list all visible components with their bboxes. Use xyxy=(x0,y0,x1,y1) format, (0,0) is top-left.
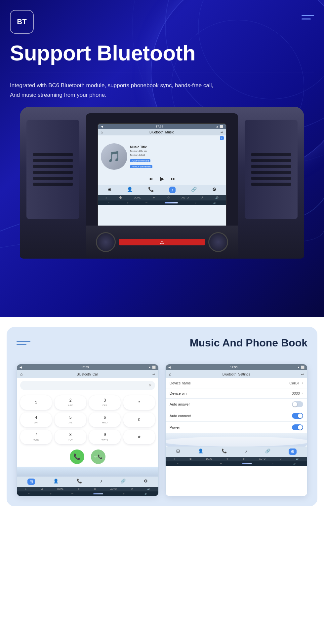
contacts-nav-icon[interactable]: 👤 xyxy=(53,479,59,485)
car-body: ◀ 17:53 ▲ ⬜ ⌂ Bluetooth_Music ↩ ♪ xyxy=(20,107,304,259)
two-screens-container: ◀ 17:53 ▲ ⬜ ⌂ Bluetooth_Call ↩ ✕ 1 2ABC … xyxy=(17,364,307,496)
temp-0r: 0 xyxy=(123,492,125,495)
temp-0-right: 0 xyxy=(195,201,196,204)
key-4[interactable]: 4GHI xyxy=(20,412,52,427)
home-ctrl-icon: ⌂ xyxy=(105,196,107,199)
car-screen: ◀ 17:53 ▲ ⬜ ⌂ Bluetooth_Music ↩ ♪ xyxy=(98,123,226,235)
key-5[interactable]: 5JKL xyxy=(55,412,86,427)
power-row[interactable]: Power xyxy=(166,422,307,433)
call-button[interactable]: 📞 xyxy=(70,449,84,464)
phone-s-icon[interactable]: 📞 xyxy=(222,448,227,455)
keypad-input-field[interactable]: ✕ xyxy=(20,381,155,390)
key-0[interactable]: 0 xyxy=(123,412,155,427)
screen-status-bar: ◀ 17:53 ▲ ⬜ xyxy=(98,124,226,129)
settings-s-icon[interactable]: ⚙ xyxy=(289,448,297,455)
avrcp-badge: AVRCP connected xyxy=(130,165,152,168)
return-icon: ↩ xyxy=(145,201,147,204)
link-nav-icon[interactable]: 🔗 xyxy=(120,479,126,485)
key-6[interactable]: 6MNO xyxy=(89,412,121,427)
knob-right[interactable] xyxy=(208,232,228,252)
key-7[interactable]: 7PQRS xyxy=(20,430,52,444)
air-s-ctrl: ↺ xyxy=(280,458,282,460)
call-action-buttons: 📞 ↩📞 xyxy=(17,447,158,467)
bottom-menu-icon[interactable] xyxy=(17,341,30,345)
menu-button[interactable] xyxy=(302,10,314,19)
vent-slot xyxy=(33,177,73,180)
next-button[interactable]: ⏭ xyxy=(171,176,176,181)
back-arrow-icon: ◀ xyxy=(101,125,103,128)
hero-header: BT xyxy=(10,0,314,34)
hamburger-icon xyxy=(302,15,314,16)
auto-answer-row[interactable]: Auto answer xyxy=(166,399,307,410)
contacts-s-icon[interactable]: 👤 xyxy=(198,448,203,455)
auto-connect-row[interactable]: Auto connect xyxy=(166,410,307,422)
screen-music-content: 🎵 Music Title Music Album Music Artist A… xyxy=(98,141,226,172)
contacts-icon[interactable]: 👤 xyxy=(127,187,133,193)
call-home-icon: ⌂ xyxy=(20,372,22,376)
key-star[interactable]: * xyxy=(123,395,155,410)
fan-ctrl: ❄ xyxy=(78,488,80,490)
music-nav-icon-2[interactable]: ♪ xyxy=(100,479,102,485)
key-1[interactable]: 1 xyxy=(20,395,52,410)
key-3[interactable]: 3DEF xyxy=(89,395,121,410)
link-s-icon[interactable]: 🔗 xyxy=(265,448,270,455)
prev-button[interactable]: ⏮ xyxy=(148,176,153,181)
apps-nav-icon[interactable]: ⊞ xyxy=(27,479,35,485)
call-nav-title: Bluetooth_Call xyxy=(77,373,98,376)
dual-label: DUAL xyxy=(134,196,141,199)
car-mockup-container: ◀ 17:53 ▲ ⬜ ⌂ Bluetooth_Music ↩ ♪ xyxy=(10,107,314,259)
ret-b: ↩ xyxy=(71,492,73,495)
key-hash[interactable]: # xyxy=(123,430,155,444)
back-ctrl-icon: ← xyxy=(108,201,110,204)
power-knob xyxy=(298,425,303,430)
vent-slot xyxy=(251,177,291,180)
bar-s xyxy=(242,463,252,464)
hazard-button[interactable]: ⚠ xyxy=(119,239,205,245)
keypad-grid: 1 2ABC 3DEF * 4GHI 5JKL 6MNO 0 7PQRS 8TU… xyxy=(17,393,158,447)
key-2[interactable]: 2ABC xyxy=(55,395,86,410)
key-8[interactable]: 8TUV xyxy=(55,430,86,444)
call-back-icon: ◀ xyxy=(20,366,22,369)
hamburger-icon-2 xyxy=(302,18,311,19)
auto-ctrl: AUTO xyxy=(110,488,117,490)
vent-slot xyxy=(33,183,73,186)
play-button[interactable]: ▶ xyxy=(160,175,164,182)
power-ctrl-icon: ⏻ xyxy=(119,196,122,199)
music-album: Music Album xyxy=(130,150,223,153)
music-icon-badge: ♪ xyxy=(220,136,224,140)
album-art: 🎵 xyxy=(101,143,127,170)
vol-ctrl: 🔊 xyxy=(147,488,150,490)
desc-line-1: Integrated with BC6 Bluetooth module, su… xyxy=(10,82,213,89)
phone-icon[interactable]: 📞 xyxy=(148,187,154,193)
phone-nav-icon[interactable]: 📞 xyxy=(77,479,82,485)
auto-connect-toggle[interactable] xyxy=(292,413,303,419)
physical-controls-bar: ⚠ xyxy=(86,226,238,259)
music-nav-icon[interactable]: ♪ xyxy=(169,187,176,193)
key-9[interactable]: 9WXYZ xyxy=(89,430,121,444)
ac-s-ctrl: ♻ xyxy=(243,458,245,460)
keypad-clear-icon[interactable]: ✕ xyxy=(148,383,152,388)
settings-icon[interactable]: ⚙ xyxy=(212,187,217,193)
auto-answer-toggle[interactable] xyxy=(292,401,303,407)
vent-slot xyxy=(33,159,73,162)
music-s-icon[interactable]: ♪ xyxy=(245,448,247,455)
back-s: ← xyxy=(177,462,179,465)
link-icon[interactable]: 🔗 xyxy=(191,187,197,193)
device-pin-row[interactable]: Device pin 0000 › xyxy=(166,388,307,399)
power-toggle[interactable] xyxy=(292,424,303,430)
music-title: Music Title xyxy=(130,145,223,149)
knob-left[interactable] xyxy=(96,232,116,252)
signal-icons: ▲ ⬜ xyxy=(216,125,223,128)
apps-icon[interactable]: ⊞ xyxy=(107,187,111,193)
vol-b: 🔉 xyxy=(144,492,147,495)
apps-s-icon[interactable]: ⊞ xyxy=(176,448,180,455)
hero-section: BT Support Bluetooth Integrated with BC6… xyxy=(0,0,324,317)
bar-b xyxy=(93,493,103,494)
settings-home-icon: ⌂ xyxy=(169,372,171,376)
hero-description: Integrated with BC6 Bluetooth module, su… xyxy=(10,81,248,100)
device-name-row[interactable]: Device name CarBT › xyxy=(166,378,307,388)
call-back-nav-icon: ↩ xyxy=(152,373,155,376)
settings-nav-icon[interactable]: ⚙ xyxy=(144,479,148,485)
redial-button[interactable]: ↩📞 xyxy=(91,449,105,464)
desc-line-2: And music streaming from your phone. xyxy=(10,92,106,98)
